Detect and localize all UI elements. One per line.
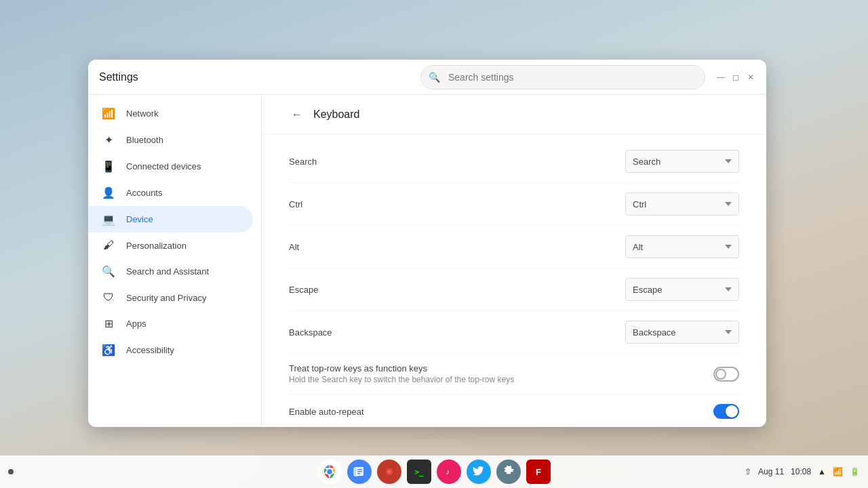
sidebar-label-accessibility: Accessibility xyxy=(126,345,174,355)
setting-label-search: Search xyxy=(289,157,317,167)
taskbar-settings[interactable] xyxy=(496,460,521,484)
sidebar: 📶 Network ✦ Bluetooth 📱 Connected device… xyxy=(88,95,262,427)
taskbar-date: Aug 11 xyxy=(758,467,784,476)
svg-rect-6 xyxy=(357,471,362,472)
person-icon: 👤 xyxy=(102,186,115,199)
setting-row-auto-repeat: Enable auto-repeat xyxy=(289,394,739,427)
sidebar-item-personalization[interactable]: 🖌 Personalization xyxy=(88,232,253,258)
setting-select-search[interactable]: SearchCtrlAltEscapeCaps LockDisabled xyxy=(625,150,739,173)
setting-sublabel-top-row: Hold the Search key to switch the behavi… xyxy=(289,375,713,384)
accessibility-icon: ♿ xyxy=(102,344,115,357)
sidebar-label-bluetooth: Bluetooth xyxy=(126,135,163,145)
svg-rect-5 xyxy=(357,469,362,470)
sidebar-label-connected-devices: Connected devices xyxy=(126,161,201,171)
setting-select-ctrl[interactable]: CtrlSearchAltEscapeDisabled xyxy=(625,192,739,216)
sidebar-item-accounts[interactable]: 👤 Accounts xyxy=(88,180,253,206)
setting-row-top-row-keys: Treat top-row keys as function keys Hold… xyxy=(289,354,739,394)
sidebar-label-search-assistant: Search and Assistant xyxy=(126,266,209,277)
window-body: 📶 Network ✦ Bluetooth 📱 Connected device… xyxy=(88,95,766,427)
setting-label-escape: Escape xyxy=(289,285,318,295)
toggle-thumb-top-row xyxy=(715,369,726,380)
taskbar-update-icon: ▲ xyxy=(818,467,826,476)
taskbar-filezilla[interactable]: F xyxy=(526,460,551,484)
taskbar-files[interactable] xyxy=(347,460,372,484)
sidebar-label-network: Network xyxy=(126,108,159,119)
laptop-icon: 💻 xyxy=(102,213,115,226)
maximize-button[interactable]: ◻ xyxy=(731,73,741,82)
grid-icon: ⊞ xyxy=(102,317,115,330)
window-controls: — ◻ ✕ xyxy=(716,73,755,82)
taskbar: >_ ♪ F ⇧ Aug 11 10:08 ▲ 📶 🔋 xyxy=(0,455,868,488)
taskbar-twitter[interactable] xyxy=(467,460,491,484)
page-title: Keyboard xyxy=(313,108,360,121)
sidebar-label-apps: Apps xyxy=(126,319,146,329)
search-mag-icon: 🔍 xyxy=(102,265,115,278)
setting-label-backspace: Backspace xyxy=(289,327,332,338)
settings-window: Settings 🔍 — ◻ ✕ 📶 Network ✦ Bluetooth 📱… xyxy=(88,60,766,427)
setting-row-alt: Alt AltCtrlSearchEscapeDisabled xyxy=(289,226,739,268)
sidebar-item-network[interactable]: 📶 Network xyxy=(88,100,253,127)
taskbar-left xyxy=(8,469,14,474)
svg-point-10 xyxy=(388,470,391,473)
sidebar-item-security-privacy[interactable]: 🛡 Security and Privacy xyxy=(88,285,253,310)
sidebar-label-accounts: Accounts xyxy=(126,188,162,198)
search-bar-container: 🔍 xyxy=(420,65,705,89)
bluetooth-icon: ✦ xyxy=(102,134,115,146)
taskbar-time: 10:08 xyxy=(791,467,811,476)
sidebar-item-device[interactable]: 💻 Device xyxy=(88,206,253,232)
setting-row-search: Search SearchCtrlAltEscapeCaps LockDisab… xyxy=(289,140,739,183)
setting-label-ctrl: Ctrl xyxy=(289,199,302,209)
taskbar-right: ⇧ Aug 11 10:08 ▲ 📶 🔋 xyxy=(745,467,860,476)
setting-select-alt[interactable]: AltCtrlSearchEscapeDisabled xyxy=(625,235,739,258)
taskbar-app3[interactable] xyxy=(377,460,401,484)
search-input[interactable] xyxy=(420,65,705,89)
sidebar-item-bluetooth[interactable]: ✦ Bluetooth xyxy=(88,127,253,153)
toggle-auto-repeat[interactable] xyxy=(713,404,739,419)
sidebar-label-security-privacy: Security and Privacy xyxy=(126,293,207,303)
svg-point-1 xyxy=(327,469,333,475)
sidebar-item-apps[interactable]: ⊞ Apps xyxy=(88,310,253,337)
minimize-button[interactable]: — xyxy=(716,73,726,82)
brush-icon: 🖌 xyxy=(102,239,115,251)
taskbar-wifi-icon: 📶 xyxy=(833,467,843,476)
sidebar-item-connected-devices[interactable]: 📱 Connected devices xyxy=(88,153,253,180)
wifi-icon: 📶 xyxy=(102,107,115,120)
title-bar: Settings 🔍 — ◻ ✕ xyxy=(88,60,766,95)
taskbar-upload-icon: ⇧ xyxy=(745,467,751,476)
svg-text:♪: ♪ xyxy=(446,467,450,476)
taskbar-music[interactable]: ♪ xyxy=(437,460,461,484)
sidebar-label-device: Device xyxy=(126,214,153,224)
setting-select-backspace[interactable]: BackspaceDeleteDisabled xyxy=(625,321,739,344)
setting-row-escape: Escape EscapeCtrlAltSearchDisabled xyxy=(289,268,739,311)
search-icon: 🔍 xyxy=(429,72,440,83)
taskbar-center: >_ ♪ F xyxy=(317,460,551,484)
setting-label-top-row: Treat top-row keys as function keys xyxy=(289,363,713,373)
sidebar-label-personalization: Personalization xyxy=(126,241,186,251)
sidebar-item-search-assistant[interactable]: 🔍 Search and Assistant xyxy=(88,258,253,285)
phone-icon: 📱 xyxy=(102,160,115,173)
back-button[interactable]: ← xyxy=(289,106,305,123)
setting-row-backspace: Backspace BackspaceDeleteDisabled xyxy=(289,311,739,354)
taskbar-dot xyxy=(8,469,14,474)
sidebar-item-accessibility[interactable]: ♿ Accessibility xyxy=(88,337,253,363)
setting-select-escape[interactable]: EscapeCtrlAltSearchDisabled xyxy=(625,278,739,301)
setting-label-auto-repeat: Enable auto-repeat xyxy=(289,407,364,417)
keyboard-settings: Search SearchCtrlAltEscapeCaps LockDisab… xyxy=(262,135,766,427)
taskbar-battery-icon: 🔋 xyxy=(850,467,860,476)
close-button[interactable]: ✕ xyxy=(746,73,755,82)
toggle-top-row-keys[interactable] xyxy=(713,367,739,382)
setting-label-alt: Alt xyxy=(289,242,299,252)
setting-row-ctrl: Ctrl CtrlSearchAltEscapeDisabled xyxy=(289,183,739,226)
taskbar-terminal[interactable]: >_ xyxy=(407,460,431,484)
content-header: ← Keyboard xyxy=(262,95,766,135)
main-content: ← Keyboard Search SearchCtrlAltEscapeCap… xyxy=(262,95,766,427)
setting-label-group-top-row: Treat top-row keys as function keys Hold… xyxy=(289,363,713,384)
svg-rect-7 xyxy=(357,473,360,474)
window-title: Settings xyxy=(99,71,420,83)
shield-icon: 🛡 xyxy=(102,291,115,304)
taskbar-chrome[interactable] xyxy=(317,460,342,484)
